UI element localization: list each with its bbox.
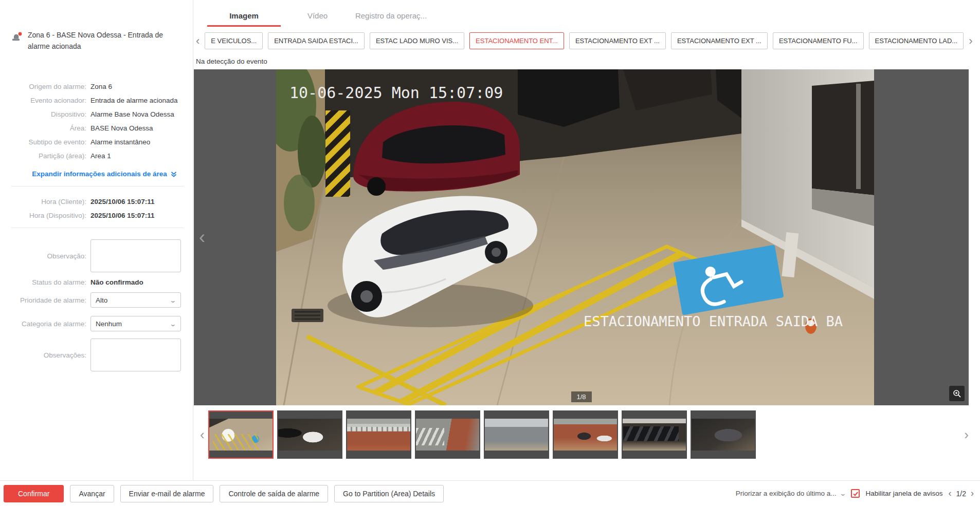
time-value: 2025/10/06 15:07:11: [90, 212, 155, 219]
thumbnail-image: [209, 419, 273, 451]
time-label: Hora (Cliente):: [11, 198, 86, 205]
status-row: Status do alarme: Não confirmado: [11, 278, 184, 286]
alarm-media-panel: Imagem Vídeo Registro da operaç... ‹ E V…: [194, 0, 980, 480]
divider: [11, 228, 184, 228]
chevron-down-icon: ⌄: [169, 320, 176, 328]
field-label: Partição (área):: [11, 152, 86, 160]
field-value: Area 1: [90, 152, 111, 160]
comments-textarea[interactable]: [90, 339, 181, 371]
category-select[interactable]: Nenhum ⌄: [90, 316, 181, 331]
category-selected-value: Nenhum: [96, 320, 122, 328]
tab-video[interactable]: Vídeo: [281, 11, 354, 27]
field-label: Origem do alarme:: [11, 83, 86, 90]
event-image-viewer[interactable]: 10-06-2025 Mon 15:07:09 ESTACIONAMENTO E…: [194, 69, 969, 405]
alarm-output-control-button[interactable]: Controle de saída de alarme: [220, 485, 328, 502]
field-row: Origem do alarme: Zona 6: [11, 83, 184, 90]
enable-popup-checkbox[interactable]: [851, 489, 860, 498]
forward-button[interactable]: Avançar: [70, 485, 114, 502]
camera-chip[interactable]: ESTACIONAMENTO FU...: [773, 32, 864, 49]
camera-chip[interactable]: ESTACIONAMENTO LAD...: [869, 32, 964, 49]
time-label: Hora (Dispositivo):: [11, 212, 86, 219]
camera-chip[interactable]: ESTACIONAMENTO EXT ...: [671, 32, 768, 49]
thumbnail-image: [623, 419, 686, 451]
thumbnail[interactable]: [691, 410, 756, 459]
priority-select[interactable]: Alto ⌄: [90, 292, 181, 308]
status-value: Não confirmado: [90, 278, 143, 286]
thumbnail-image: [416, 419, 479, 451]
thumbnail-image: [692, 419, 755, 451]
checkmark-icon: [852, 491, 859, 497]
event-detection-label: Na detecção do evento: [196, 58, 980, 65]
osd-camera-name: ESTACIONAMENTO ENTRADA SAIDA BA: [584, 313, 843, 329]
send-alarm-email-button[interactable]: Enviar e-mail de alarme: [120, 485, 214, 502]
action-bar: Confirmar Avançar Enviar e-mail de alarm…: [0, 480, 980, 506]
remark-row: Observação:: [11, 239, 184, 272]
thumbnail[interactable]: [484, 410, 549, 459]
comments-row: Observações:: [11, 339, 184, 371]
thumbnail-selected[interactable]: [208, 410, 274, 459]
confirm-button[interactable]: Confirmar: [4, 485, 64, 502]
thumbnail[interactable]: [415, 410, 480, 459]
camera-chip[interactable]: ENTRADA SAIDA ESTACI...: [268, 32, 365, 49]
double-chevron-down-icon: [170, 171, 177, 178]
chevron-left-icon[interactable]: ‹: [196, 35, 199, 47]
tab-registro-operacao[interactable]: Registro da operaç...: [354, 11, 428, 27]
thumbnail-image: [278, 419, 341, 451]
chevron-down-icon: ⌄: [169, 296, 176, 304]
camera-chip-selected[interactable]: ESTACIONAMENTO ENT...: [469, 32, 564, 49]
category-label: Categoria de alarme:: [11, 320, 86, 328]
remark-textarea[interactable]: [90, 239, 181, 272]
chevron-left-icon[interactable]: ‹: [199, 227, 205, 248]
tab-imagem[interactable]: Imagem: [207, 11, 281, 27]
alarm-siren-icon: [11, 31, 23, 43]
alarm-title: Zona 6 - BASE Nova Odessa - Entrada de a…: [28, 30, 173, 52]
camera-chip[interactable]: ESTAC LADO MURO VIS...: [370, 32, 464, 49]
thumbnail[interactable]: [346, 410, 411, 459]
thumbnail-image: [554, 419, 617, 451]
field-value: Entrada de alarme acionada: [90, 97, 178, 104]
time-row: Hora (Cliente): 2025/10/06 15:07:11: [11, 198, 184, 205]
osd-timestamp: 10-06-2025 Mon 15:07:09: [289, 84, 503, 102]
chevron-right-icon[interactable]: ›: [964, 428, 969, 441]
magnifier-plus-icon: [952, 389, 961, 398]
camera-chip[interactable]: E VEICULOS...: [205, 32, 263, 49]
camera-chip[interactable]: ESTACIONAMENTO EXT ...: [569, 32, 666, 49]
display-priority-dropdown[interactable]: Priorizar a exibição do último a... ⌄: [736, 490, 846, 497]
field-row: Dispositivo: Alarme Base Nova Odessa: [11, 110, 184, 118]
alarm-pager: ‹ 1/2 ›: [949, 488, 974, 499]
field-row: Subtipo de evento: Alarme instantâneo: [11, 138, 184, 146]
chevron-right-icon[interactable]: ›: [969, 35, 972, 47]
field-value: Zona 6: [90, 83, 112, 90]
thumbnail-strip: ‹ ›: [200, 410, 969, 459]
field-label: Evento acionador:: [11, 97, 86, 104]
priority-label: Prioridade de alarme:: [11, 296, 86, 304]
media-tabs: Imagem Vídeo Registro da operaç...: [207, 11, 980, 27]
priority-selected-value: Alto: [96, 296, 107, 304]
alarm-details-sidebar: Zona 6 - BASE Nova Odessa - Entrada de a…: [0, 0, 193, 480]
thumbnail[interactable]: [622, 410, 687, 459]
go-to-partition-details-button[interactable]: Go to Partition (Area) Details: [334, 485, 444, 502]
field-value: BASE Nova Odessa: [90, 124, 153, 132]
thumbnail[interactable]: [553, 410, 618, 459]
pager-value: 1/2: [956, 490, 966, 498]
chevron-right-icon[interactable]: ›: [971, 488, 974, 499]
chevron-left-icon[interactable]: ‹: [200, 428, 205, 441]
category-row: Categoria de alarme: Nenhum ⌄: [11, 316, 184, 331]
expand-area-info-link[interactable]: Expandir informações adicionais de área: [26, 170, 184, 178]
thumbnail[interactable]: [277, 410, 342, 459]
time-value: 2025/10/06 15:07:11: [90, 198, 155, 205]
remark-label: Observação:: [11, 252, 86, 260]
enable-popup-label: Habilitar janela de avisos: [865, 490, 942, 497]
priority-row: Prioridade de alarme: Alto ⌄: [11, 292, 184, 308]
field-row: Área: BASE Nova Odessa: [11, 124, 184, 132]
chevron-left-icon[interactable]: ‹: [949, 488, 952, 499]
status-label: Status do alarme:: [11, 278, 86, 286]
image-page-badge: 1/8: [571, 391, 591, 402]
divider: [11, 186, 184, 186]
field-label: Subtipo de evento:: [11, 138, 86, 146]
zoom-in-button[interactable]: [949, 386, 965, 401]
event-snapshot: 10-06-2025 Mon 15:07:09 ESTACIONAMENTO E…: [276, 69, 874, 405]
chevron-down-icon: ⌄: [839, 490, 846, 497]
field-row: Partição (área): Area 1: [11, 152, 184, 160]
field-label: Dispositivo:: [11, 110, 86, 118]
